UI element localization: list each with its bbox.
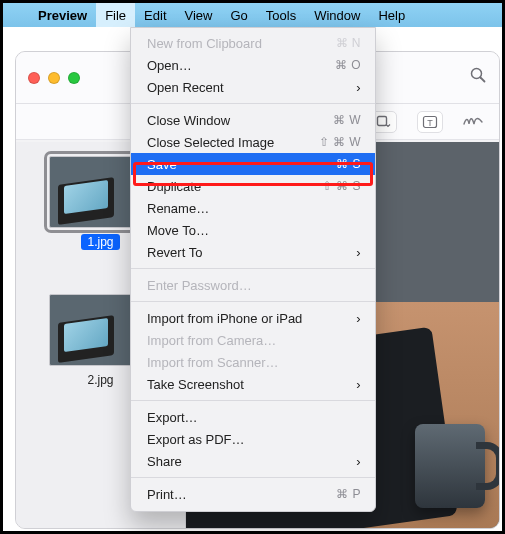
menu-item-shortcut: ⌘ N xyxy=(336,36,362,50)
menu-item-close-selected-image[interactable]: Close Selected Image⇧ ⌘ W xyxy=(131,131,375,153)
macos-menubar: Preview File Edit View Go Tools Window H… xyxy=(3,3,502,27)
menu-item-shortcut: ⇧ ⌘ S xyxy=(322,179,361,193)
menu-item-open-recent[interactable]: Open Recent› xyxy=(131,76,375,98)
menu-item-shortcut: ⌘ W xyxy=(333,113,361,127)
menubar-view[interactable]: View xyxy=(176,3,222,27)
menu-item-open[interactable]: Open…⌘ O xyxy=(131,54,375,76)
menubar-file[interactable]: File xyxy=(96,3,135,27)
menu-item-rename[interactable]: Rename… xyxy=(131,197,375,219)
submenu-chevron-icon: › xyxy=(356,80,361,95)
menu-item-label: Import from Scanner… xyxy=(147,355,279,370)
menu-item-shortcut: ⌘ P xyxy=(336,487,361,501)
window-traffic-lights xyxy=(28,72,80,84)
zoom-icon[interactable] xyxy=(469,66,487,89)
submenu-chevron-icon: › xyxy=(356,454,361,469)
menu-separator xyxy=(131,400,375,401)
menu-item-shortcut: ⌘ O xyxy=(335,58,361,72)
menu-separator xyxy=(131,103,375,104)
menubar-app-name[interactable]: Preview xyxy=(29,3,96,27)
menu-item-shortcut: ⌘ S xyxy=(336,157,361,171)
menubar-go[interactable]: Go xyxy=(221,3,256,27)
menu-item-move-to[interactable]: Move To… xyxy=(131,219,375,241)
minimize-window-button[interactable] xyxy=(48,72,60,84)
menu-item-label: Print… xyxy=(147,487,187,502)
menu-item-label: Share xyxy=(147,454,182,469)
submenu-chevron-icon: › xyxy=(356,377,361,392)
menu-item-label: Enter Password… xyxy=(147,278,252,293)
menu-item-duplicate[interactable]: Duplicate⇧ ⌘ S xyxy=(131,175,375,197)
menu-item-revert-to[interactable]: Revert To› xyxy=(131,241,375,263)
thumbnail-caption: 1.jpg xyxy=(81,234,119,250)
menu-item-label: Close Selected Image xyxy=(147,135,274,150)
menu-item-label: Import from Camera… xyxy=(147,333,276,348)
menu-item-label: Import from iPhone or iPad xyxy=(147,311,302,326)
text-tool-button[interactable]: T xyxy=(417,111,443,133)
menu-item-shortcut: ⇧ ⌘ W xyxy=(319,135,362,149)
thumbnail-caption: 2.jpg xyxy=(81,372,119,388)
menu-separator xyxy=(131,301,375,302)
menu-item-new-from-clipboard: New from Clipboard⌘ N xyxy=(131,32,375,54)
markup-sign-icon[interactable] xyxy=(463,112,485,132)
svg-text:T: T xyxy=(427,117,433,127)
menu-item-share[interactable]: Share› xyxy=(131,450,375,472)
menu-item-label: Open… xyxy=(147,58,192,73)
annotated-screenshot: Preview File Edit View Go Tools Window H… xyxy=(0,0,505,534)
menu-item-export[interactable]: Export… xyxy=(131,406,375,428)
zoom-window-button[interactable] xyxy=(68,72,80,84)
menu-separator xyxy=(131,268,375,269)
menu-item-enter-password: Enter Password… xyxy=(131,274,375,296)
menu-item-import-from-scanner: Import from Scanner… xyxy=(131,351,375,373)
menu-item-close-window[interactable]: Close Window⌘ W xyxy=(131,109,375,131)
submenu-chevron-icon: › xyxy=(356,311,361,326)
menu-item-label: Take Screenshot xyxy=(147,377,244,392)
menu-item-print[interactable]: Print…⌘ P xyxy=(131,483,375,505)
menu-item-label: Open Recent xyxy=(147,80,224,95)
menubar-help[interactable]: Help xyxy=(369,3,414,27)
submenu-chevron-icon: › xyxy=(356,245,361,260)
menu-separator xyxy=(131,477,375,478)
menu-item-save[interactable]: Save⌘ S xyxy=(131,153,375,175)
menu-item-label: Rename… xyxy=(147,201,209,216)
menu-item-label: Export as PDF… xyxy=(147,432,245,447)
menu-item-label: Save xyxy=(147,157,177,172)
menu-item-label: Move To… xyxy=(147,223,209,238)
menu-item-label: Revert To xyxy=(147,245,202,260)
menu-item-label: Close Window xyxy=(147,113,230,128)
menu-item-export-as-pdf[interactable]: Export as PDF… xyxy=(131,428,375,450)
svg-line-1 xyxy=(481,78,485,82)
svg-rect-2 xyxy=(378,116,387,125)
menu-item-take-screenshot[interactable]: Take Screenshot› xyxy=(131,373,375,395)
file-dropdown-menu: New from Clipboard⌘ NOpen…⌘ OOpen Recent… xyxy=(130,27,376,512)
menu-item-label: Export… xyxy=(147,410,198,425)
menu-item-import-from-camera: Import from Camera… xyxy=(131,329,375,351)
menubar-tools[interactable]: Tools xyxy=(257,3,305,27)
menubar-edit[interactable]: Edit xyxy=(135,3,175,27)
menubar-window[interactable]: Window xyxy=(305,3,369,27)
menu-item-label: New from Clipboard xyxy=(147,36,262,51)
close-window-button[interactable] xyxy=(28,72,40,84)
menu-item-label: Duplicate xyxy=(147,179,201,194)
menu-item-import-from-iphone-or-ipad[interactable]: Import from iPhone or iPad› xyxy=(131,307,375,329)
